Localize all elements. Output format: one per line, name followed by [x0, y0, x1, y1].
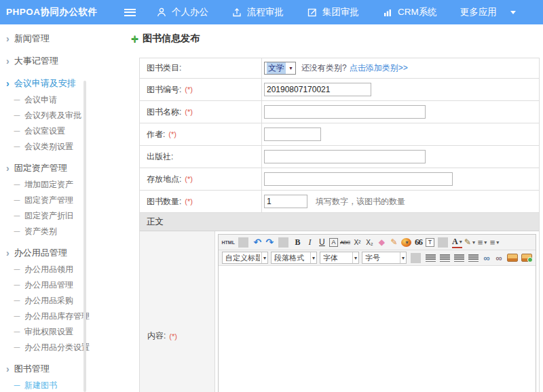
- quantity-input[interactable]: [264, 195, 307, 208]
- sidebar-item-supplies-stock[interactable]: 一 办公用品库存管理: [0, 309, 90, 324]
- strikethrough-button[interactable]: ABC: [340, 236, 350, 248]
- sidebar-item-label: 增加固定资产: [24, 179, 73, 191]
- publisher-input[interactable]: [264, 150, 426, 163]
- paste-as-text-button[interactable]: T: [426, 238, 434, 247]
- nav-prefix-icon: 一: [14, 227, 20, 237]
- nav-item-crm[interactable]: CRM系统: [382, 6, 437, 18]
- sidebar-item-meeting-list[interactable]: 一 会议列表及审批: [0, 108, 90, 123]
- font-color-button[interactable]: A: [452, 236, 462, 248]
- top-nav: 个人办公 流程审批 集团审批 CRM系统 更多应用: [156, 6, 516, 18]
- html-source-button[interactable]: HTML: [222, 236, 235, 248]
- nav-prefix-icon: 一: [14, 196, 20, 205]
- nav-prefix-icon: 一: [14, 180, 20, 190]
- sidebar-item-asset-add[interactable]: 一 增加固定资产: [0, 177, 90, 193]
- add-category-link[interactable]: 点击添加类别>>: [350, 62, 408, 74]
- select-caret-icon: ▾: [310, 252, 316, 263]
- main-content: + 图书信息发布 图书类目: 文学 ▼ 还没有类别? 点击添加类别>> 图书编号…: [90, 24, 543, 392]
- subscript-button[interactable]: X₂: [364, 236, 375, 248]
- sidebar-item-label: 会议申请及安排: [14, 77, 76, 90]
- sidebar-item-label: 固定资产管理: [14, 162, 67, 174]
- book-category-row: 图书类目: 文学 ▼ 还没有类别? 点击添加类别>>: [140, 58, 539, 79]
- toolbar-separator: [238, 237, 248, 248]
- sidebar-group-assets[interactable]: › 固定资产管理: [0, 159, 90, 177]
- sidebar-item-label: 新建图书: [24, 380, 57, 391]
- sidebar-item-asset-manage[interactable]: 一 固定资产管理: [0, 193, 90, 208]
- sidebar-item-label: 办公用品领用: [24, 264, 73, 275]
- book-name-input[interactable]: [264, 105, 426, 119]
- sidebar-item-book-new[interactable]: 一 新建图书: [0, 378, 90, 392]
- eraser-button[interactable]: ◆: [377, 236, 387, 248]
- sidebar-item-meeting-room[interactable]: 一 会议室设置: [0, 123, 90, 139]
- align-left-button[interactable]: [426, 254, 436, 262]
- sidebar-item-approval-permission[interactable]: 一 审批权限设置: [0, 324, 90, 340]
- format-painter-button[interactable]: ✎: [389, 236, 399, 248]
- unordered-list-button[interactable]: ≡: [489, 236, 500, 248]
- location-row: 存放地点: (*): [140, 168, 539, 191]
- sidebar-item-meeting-category[interactable]: 一 会议类别设置: [0, 139, 90, 155]
- sidebar-item-supplies-purchase[interactable]: 一 办公用品采购: [0, 293, 90, 309]
- sidebar-group-news[interactable]: › 新闻管理: [0, 30, 90, 47]
- nav-item-more-apps[interactable]: 更多应用: [460, 6, 497, 18]
- align-justify-button[interactable]: [468, 254, 479, 262]
- sidebar-item-label: 会议类别设置: [24, 141, 73, 153]
- field-label: 图书编号: (*): [140, 79, 262, 100]
- italic-button[interactable]: I: [305, 236, 315, 248]
- book-category-select[interactable]: 文学 ▼: [264, 62, 296, 75]
- nav-item-personal-office[interactable]: 个人办公: [156, 6, 208, 18]
- nav-item-group-approval[interactable]: 集团审批: [307, 6, 359, 18]
- editor-toolbar-row1: HTML↶↷BIUAABCX²X₂◆✎66TA✎≡≡: [219, 235, 536, 250]
- background-color-button[interactable]: [401, 238, 411, 247]
- sidebar-item-supplies-claim[interactable]: 一 办公用品领用: [0, 262, 90, 277]
- anchor-button[interactable]: A: [329, 238, 338, 247]
- bold-button[interactable]: B: [293, 236, 303, 248]
- ordered-list-button[interactable]: ≡: [477, 236, 487, 248]
- location-input[interactable]: [264, 172, 453, 186]
- sidebar-item-meeting-apply[interactable]: 一 会议申请: [0, 92, 90, 108]
- upload-picture-button[interactable]: [521, 254, 532, 262]
- blockquote-button[interactable]: 66: [413, 236, 424, 248]
- editor-text-area[interactable]: [219, 266, 536, 392]
- quantity-row: 图书数量: (*) 填写数字，该图书的数量: [140, 191, 539, 213]
- highlight-pen-button[interactable]: ✎: [464, 236, 475, 248]
- toolbar-separator: [411, 253, 421, 263]
- sidebar-item-asset-depreciation[interactable]: 一 固定资产折旧: [0, 208, 90, 224]
- nav-prefix-icon: 一: [14, 281, 20, 290]
- align-center-button[interactable]: [440, 254, 450, 262]
- content-row: 内容: (*) HTML↶↷BIUAABCX²X₂◆✎66TA✎≡≡ 自定义标题…: [140, 231, 539, 392]
- font-size-select[interactable]: 字号 ▾: [362, 252, 407, 264]
- sidebar-item-label: 图书管理: [14, 363, 50, 375]
- sidebar-group-books[interactable]: › 图书管理: [0, 360, 90, 378]
- person-icon: [156, 7, 167, 18]
- nav-prefix-icon: 一: [14, 343, 20, 353]
- sidebar-group-meeting[interactable]: › 会议申请及安排: [0, 75, 90, 92]
- nav-label: 流程审批: [247, 6, 284, 18]
- caret-down-icon[interactable]: [510, 11, 516, 14]
- approval-icon: [231, 7, 242, 18]
- sidebar-item-supplies-category[interactable]: 一 办公用品分类设置: [0, 340, 90, 355]
- select-caret-icon: ▾: [261, 252, 267, 263]
- remove-link-button[interactable]: ∞: [494, 252, 504, 264]
- font-family-select[interactable]: 字体 ▾: [320, 252, 359, 264]
- insert-picture-button[interactable]: [507, 254, 518, 262]
- align-right-button[interactable]: [454, 254, 464, 262]
- paragraph-format-select[interactable]: 段落格式 ▾: [271, 252, 317, 264]
- hamburger-menu-icon[interactable]: [124, 9, 136, 16]
- sidebar-item-supplies-manage[interactable]: 一 办公用品管理: [0, 277, 90, 293]
- nav-item-workflow-approval[interactable]: 流程审批: [231, 6, 284, 18]
- nav-label: CRM系统: [398, 6, 437, 18]
- sidebar-scrollbar[interactable]: [83, 81, 86, 392]
- sidebar-group-memorabilia[interactable]: › 大事记管理: [0, 52, 90, 70]
- underline-button[interactable]: U: [317, 236, 327, 248]
- author-input[interactable]: [264, 128, 321, 141]
- field-label: 图书类目:: [140, 58, 262, 78]
- field-label: 图书数量: (*): [140, 191, 262, 212]
- superscript-button[interactable]: X²: [352, 236, 362, 248]
- sidebar-item-asset-category[interactable]: 一 资产类别: [0, 224, 90, 239]
- sidebar-group-supplies[interactable]: › 办公用品管理: [0, 244, 90, 262]
- custom-title-select[interactable]: 自定义标题 ▾: [222, 252, 268, 264]
- insert-link-button[interactable]: ∞: [482, 252, 492, 264]
- undo-button[interactable]: ↶: [252, 236, 263, 248]
- redo-button[interactable]: ↷: [265, 236, 275, 248]
- book-code-input[interactable]: [264, 83, 371, 96]
- sidebar-item-label: 资产类别: [24, 226, 57, 237]
